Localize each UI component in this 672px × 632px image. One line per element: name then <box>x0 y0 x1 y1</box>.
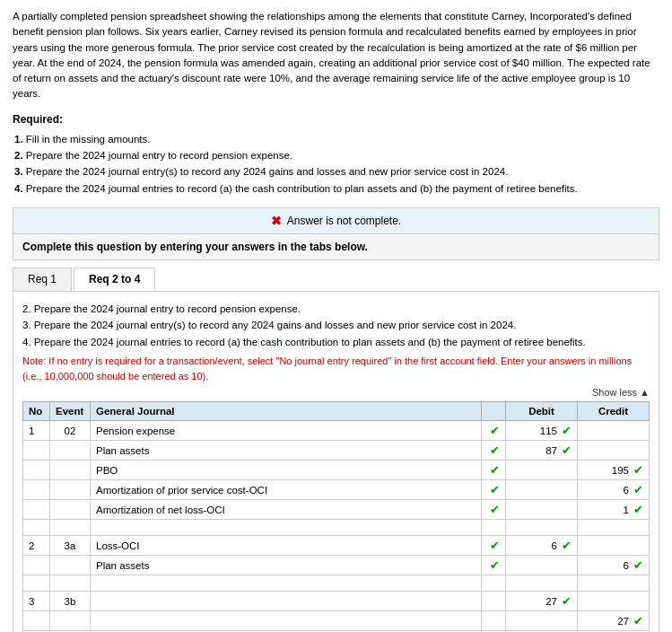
tab-instructions: 2. Prepare the 2024 journal entry to rec… <box>22 301 650 350</box>
tab-req2to4[interactable]: Req 2 to 4 <box>74 268 155 291</box>
cell-credit[interactable] <box>578 421 650 441</box>
complete-prompt: Complete this question by entering your … <box>13 234 659 260</box>
cell-event <box>50 575 91 592</box>
cell-no <box>23 575 50 592</box>
col-event: Event <box>50 402 91 421</box>
cell-event <box>50 520 91 536</box>
required-list: 1. Fill in the missing amounts. 2. Prepa… <box>14 131 659 198</box>
cell-no <box>23 520 50 536</box>
cell-debit[interactable] <box>506 500 578 520</box>
cell-account <box>91 520 482 536</box>
cell-check: ✔ <box>482 500 506 520</box>
cell-account[interactable]: PBO <box>91 461 482 480</box>
cell-no <box>23 441 50 461</box>
cell-credit[interactable] <box>578 441 650 461</box>
col-general-journal: General Journal <box>91 402 482 421</box>
cell-no: 3 <box>23 592 50 611</box>
instruction-3: 4. Prepare the 2024 journal entries to r… <box>22 334 650 350</box>
col-no: No <box>23 402 50 421</box>
cell-credit[interactable] <box>578 536 650 556</box>
cell-debit[interactable]: 87✔ <box>506 441 578 461</box>
cell-check <box>482 575 506 592</box>
cell-no <box>23 611 50 631</box>
cell-event <box>50 461 91 480</box>
cell-event: 02 <box>50 421 91 441</box>
cell-debit[interactable]: 115✔ <box>506 421 578 441</box>
cell-debit[interactable]: 6✔ <box>506 536 578 556</box>
cell-check: ✔ <box>482 536 506 556</box>
cell-account <box>91 575 482 592</box>
cell-credit <box>578 520 650 536</box>
error-icon: ✖ <box>271 214 282 228</box>
tab-content: 2. Prepare the 2024 journal entry to rec… <box>13 291 659 632</box>
alert-text: Answer is not complete. <box>287 215 401 227</box>
cell-no <box>23 556 50 575</box>
cell-account[interactable]: Loss-OCI <box>91 536 482 556</box>
req-item-2: 2. Prepare the 2024 journal entry to rec… <box>14 147 659 163</box>
req-item-4: 4. Prepare the 2024 journal entries to r… <box>14 180 659 197</box>
cell-event <box>50 556 91 575</box>
required-label: Required: <box>13 113 659 126</box>
cell-debit[interactable] <box>506 611 578 631</box>
cell-debit <box>506 575 578 592</box>
tabs-row: Req 1 Req 2 to 4 <box>13 268 659 291</box>
cell-event <box>50 611 91 631</box>
cell-credit[interactable]: 195✔ <box>578 461 650 480</box>
req-item-3: 3. Prepare the 2024 journal entry(s) to … <box>14 163 659 180</box>
cell-account[interactable]: Pension expense <box>91 421 482 441</box>
cell-no: 2 <box>23 536 50 556</box>
intro-text: A partially completed pension spreadshee… <box>13 9 659 102</box>
cell-account[interactable] <box>91 611 482 631</box>
cell-credit[interactable]: 27✔ <box>578 611 650 631</box>
col-check <box>482 402 506 421</box>
cell-account[interactable] <box>91 592 482 611</box>
tab-req1[interactable]: Req 1 <box>13 268 72 291</box>
cell-credit[interactable] <box>578 592 650 611</box>
cell-debit[interactable] <box>506 461 578 480</box>
cell-event <box>50 441 91 461</box>
cell-account[interactable]: Plan assets <box>91 556 482 575</box>
cell-no <box>23 480 50 500</box>
col-credit: Credit <box>578 402 650 421</box>
col-debit: Debit <box>506 402 578 421</box>
cell-check: ✔ <box>482 461 506 480</box>
req-item-1: 1. Fill in the missing amounts. <box>14 131 659 147</box>
cell-no <box>23 461 50 480</box>
cell-no <box>23 500 50 520</box>
show-less[interactable]: Show less ▲ <box>22 387 650 398</box>
cell-check: ✔ <box>482 441 506 461</box>
cell-check: ✔ <box>482 421 506 441</box>
cell-event <box>50 480 91 500</box>
cell-debit[interactable] <box>506 480 578 500</box>
cell-account[interactable]: Amortization of prior service cost-OCI <box>91 480 482 500</box>
cell-credit[interactable]: 6✔ <box>578 480 650 500</box>
cell-account[interactable]: Plan assets <box>91 441 482 461</box>
cell-event: 3a <box>50 536 91 556</box>
cell-debit <box>506 520 578 536</box>
journal-table: No Event General Journal Debit Credit 10… <box>22 401 650 632</box>
alert-box: ✖ Answer is not complete. <box>13 207 659 234</box>
cell-no: 1 <box>23 421 50 441</box>
instruction-1: 2. Prepare the 2024 journal entry to rec… <box>22 301 650 317</box>
cell-event: 3b <box>50 592 91 611</box>
cell-check <box>482 611 506 631</box>
note-text: Note: If no entry is required for a tran… <box>22 354 650 383</box>
cell-event <box>50 500 91 520</box>
cell-debit[interactable]: 27✔ <box>506 592 578 611</box>
cell-check <box>482 592 506 611</box>
cell-credit[interactable]: 6✔ <box>578 556 650 575</box>
instruction-2: 3. Prepare the 2024 journal entry(s) to … <box>22 317 650 333</box>
cell-credit <box>578 575 650 592</box>
cell-check: ✔ <box>482 480 506 500</box>
cell-credit[interactable]: 1✔ <box>578 500 650 520</box>
cell-check <box>482 520 506 536</box>
cell-debit[interactable] <box>506 556 578 575</box>
cell-check: ✔ <box>482 556 506 575</box>
cell-account[interactable]: Amortization of net loss-OCI <box>91 500 482 520</box>
